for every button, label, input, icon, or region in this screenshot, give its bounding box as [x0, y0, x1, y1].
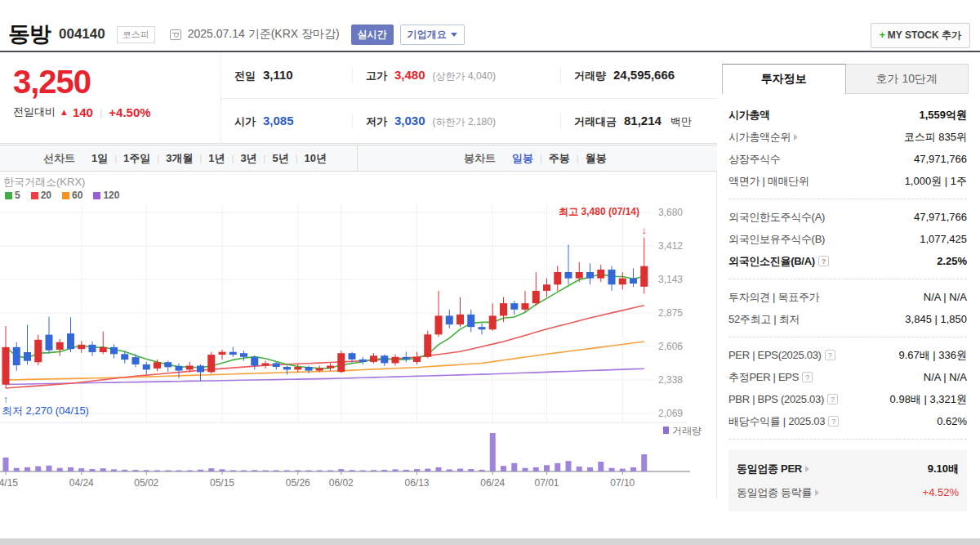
tab-3개월[interactable]: 3개월 — [159, 151, 199, 166]
arrow-right-icon — [815, 489, 819, 496]
svg-text:05/15: 05/15 — [210, 477, 234, 489]
svg-text:최저 2,270 (04/15): 최저 2,270 (04/15) — [2, 404, 89, 417]
panel-row: 외국인소진율(B/A)?2.25% — [728, 250, 967, 272]
row-value: 3,845 | 1,850 — [905, 313, 967, 325]
price-summary: 3,250 전일대비 ▲ 140 | +4.50% 전일3,110 고가3,48… — [0, 52, 717, 144]
tab-일봉[interactable]: 일봉 — [506, 151, 540, 166]
ma-legend-60: 60 — [62, 190, 82, 201]
ma-legend-5: 5 — [5, 190, 20, 201]
panel-row: PER | EPS(2025.03)?9.67배 | 336원 — [728, 344, 967, 366]
panel-tab-투자정보[interactable]: 투자정보 — [722, 64, 846, 94]
row-value: N/A | N/A — [924, 291, 967, 303]
tab-5년[interactable]: 5년 — [265, 151, 295, 166]
svg-text:최고 3,480 (07/14): 최고 3,480 (07/14) — [559, 206, 639, 217]
svg-text:3,680: 3,680 — [658, 207, 683, 218]
panel-row: 외국인보유주식수(B)1,077,425 — [728, 228, 967, 250]
panel-section: PER | EPS(2025.03)?9.67배 | 336원추정PER | E… — [728, 344, 967, 432]
period-tabs: 선차트1일|1주일|3개월|1년|3년|5년|10년 — [37, 145, 333, 171]
row-label: 액면가 | 매매단위 — [728, 174, 809, 189]
panel-row: 외국인한도주식수(A)47,971,766 — [728, 206, 967, 228]
panel-row: 상장주식수47,971,766 — [728, 148, 967, 170]
panel-row: 배당수익률 | 2025.03?0.62% — [728, 410, 967, 432]
open-price-cell: 시가3,085 — [221, 114, 352, 129]
realtime-badge[interactable]: 실시간 — [351, 25, 394, 45]
stock-page: 동방 004140 코스피 2025.07.14 기준(KRX 장마감) 실시간… — [0, 0, 980, 545]
row-value: 9.67배 | 336원 — [898, 348, 967, 363]
row-value: 1,000원 | 1주 — [905, 174, 967, 189]
tab-3년[interactable]: 3년 — [234, 151, 263, 166]
current-price: 3,250 — [13, 64, 151, 100]
svg-text:3,143: 3,143 — [658, 274, 683, 285]
row-value: +4.52% — [923, 486, 959, 498]
row-value: 9.10배 — [928, 462, 959, 476]
panel-tab-호가 10단계[interactable]: 호가 10단계 — [846, 64, 969, 94]
help-icon[interactable]: ? — [827, 394, 838, 404]
tab-1일[interactable]: 1일 — [85, 151, 114, 166]
svg-text:2,875: 2,875 — [658, 307, 683, 319]
row-label: 투자의견 | 목표주가 — [728, 290, 819, 305]
tab-봉차트: 봉차트 — [457, 151, 506, 166]
panel-body: 시가총액1,559억원시가총액순위코스피 835위상장주식수47,971,766… — [722, 94, 969, 511]
svg-text:↑: ↑ — [3, 393, 9, 405]
help-icon[interactable]: ? — [802, 372, 813, 382]
help-icon[interactable]: ? — [818, 256, 829, 266]
svg-text:07/01: 07/01 — [534, 477, 559, 489]
change-value: 140 — [73, 105, 93, 119]
bottom-strip — [0, 538, 980, 545]
help-icon[interactable]: ? — [828, 416, 839, 427]
row-value: 0.62% — [937, 415, 967, 427]
panel-row: 시가총액순위코스피 835위 — [728, 126, 967, 148]
legend-swatch-icon — [93, 192, 100, 199]
row-label: 52주최고 | 최저 — [728, 312, 800, 327]
row-label: PBR | BPS (2025.03)? — [728, 393, 838, 405]
row-label: 외국인한도주식수(A) — [728, 210, 825, 225]
svg-text:2,338: 2,338 — [658, 374, 683, 386]
svg-text:거래량: 거래량 — [672, 425, 702, 436]
row-label: 시가총액 — [728, 108, 770, 123]
chevron-down-icon — [451, 33, 457, 37]
row-label[interactable]: 시가총액순위 — [728, 130, 798, 145]
svg-text:↓: ↓ — [642, 224, 648, 236]
panel-row: 52주최고 | 최저3,845 | 1,850 — [728, 308, 967, 330]
tab-1주일[interactable]: 1주일 — [117, 151, 157, 166]
panel-section: 외국인한도주식수(A)47,971,766외국인보유주식수(B)1,077,42… — [728, 206, 967, 272]
quote-date: 2025.07.14 기준(KRX 장마감) — [188, 27, 340, 42]
panel-row: 액면가 | 매매단위1,000원 | 1주 — [728, 170, 967, 192]
add-mystock-button[interactable]: +MY STOCK 추가 — [871, 23, 970, 48]
same-sector-section: 동일업종 PER9.10배동일업종 등락률+4.52% — [728, 449, 967, 511]
row-label: 외국인소진율(B/A)? — [728, 254, 829, 269]
svg-text:07/10: 07/10 — [610, 477, 635, 489]
row-value: 47,971,766 — [914, 153, 967, 165]
row-label: 상장주식수 — [728, 152, 781, 167]
panel-row: 동일업종 등락률+4.52% — [737, 480, 959, 504]
row-label[interactable]: 동일업종 PER — [737, 462, 809, 476]
panel-section: 투자의견 | 목표주가N/A | N/A52주최고 | 최저3,845 | 1,… — [728, 286, 967, 330]
tab-월봉[interactable]: 월봉 — [579, 151, 613, 166]
row-label: 외국인보유주식수(B) — [728, 232, 825, 247]
tab-1년[interactable]: 1년 — [202, 151, 231, 166]
market-badge: 코스피 — [117, 26, 155, 43]
help-icon[interactable]: ? — [825, 350, 835, 360]
panel-row: 동일업종 PER9.10배 — [737, 457, 959, 480]
calendar-icon — [170, 29, 181, 40]
change-percent: +4.50% — [109, 105, 150, 119]
tab-주봉[interactable]: 주봉 — [542, 151, 577, 166]
svg-text:06/02: 06/02 — [329, 477, 354, 489]
price-change-row: 전일대비 ▲ 140 | +4.50% — [13, 105, 151, 119]
trade-amount-cell: 거래대금81,214백만 — [560, 114, 718, 129]
day-high-cell: 고가3,480(상한가 4,040) — [352, 68, 560, 83]
row-value: 1,559억원 — [919, 108, 967, 123]
company-overview-button[interactable]: 기업개요 — [400, 25, 465, 45]
svg-text:05/26: 05/26 — [286, 477, 310, 489]
row-value: 2.25% — [937, 255, 967, 267]
tab-선차트: 선차트 — [37, 151, 85, 166]
panel-section: 시가총액1,559억원시가총액순위코스피 835위상장주식수47,971,766… — [728, 104, 967, 192]
plus-icon: + — [880, 29, 885, 41]
panel-row: 추정PER | EPS?N/A | N/A — [728, 366, 967, 388]
row-value: 1,077,425 — [920, 233, 967, 245]
legend-swatch-icon — [62, 192, 69, 199]
tab-10년[interactable]: 10년 — [298, 151, 333, 166]
day-low-cell: 저가3,030(하한가 2,180) — [352, 114, 560, 129]
volume-cell: 거래량24,595,666 — [560, 68, 718, 83]
row-label[interactable]: 동일업종 등락률 — [737, 485, 819, 500]
